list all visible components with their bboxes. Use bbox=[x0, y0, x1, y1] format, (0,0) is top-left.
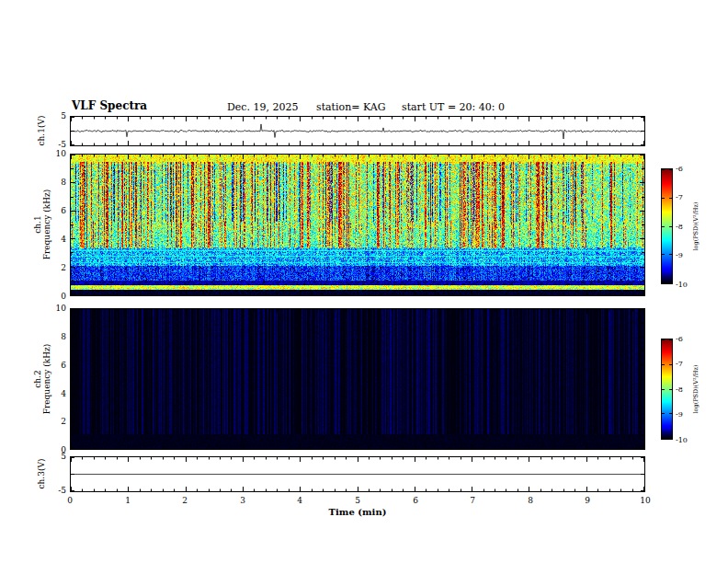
x-tick-label: 6 bbox=[408, 496, 423, 505]
y-tick-label: 2 bbox=[50, 263, 66, 272]
ch3-waveform-canvas bbox=[71, 457, 644, 491]
ch1-spec-axis-label: ch.1 Frequency (kHz) bbox=[33, 190, 52, 260]
ch2-spectrogram-canvas bbox=[71, 309, 644, 449]
y-tick-label: 5 bbox=[50, 452, 66, 461]
y-tick-label: 4 bbox=[50, 235, 66, 244]
station-label: station= KAG bbox=[316, 101, 386, 113]
y-tick-label: 10 bbox=[50, 304, 66, 313]
plot-title: VLF Spectra bbox=[72, 99, 147, 112]
ch2-spectrogram-panel bbox=[70, 308, 645, 450]
colorbar-tick-label: -6 bbox=[676, 335, 698, 343]
ch1-label: ch.1 bbox=[33, 190, 42, 260]
y-tick-label: 8 bbox=[50, 332, 66, 341]
x-tick-label: 9 bbox=[580, 496, 595, 505]
frequency-axis-label: Frequency (kHz) bbox=[42, 344, 51, 415]
ch3-waveform-panel bbox=[70, 456, 645, 492]
y-tick-label: 6 bbox=[50, 206, 66, 215]
x-tick-label: 1 bbox=[120, 496, 135, 505]
y-tick-label: 0 bbox=[50, 292, 66, 301]
y-tick-label: -5 bbox=[50, 140, 66, 149]
y-tick-label: -5 bbox=[50, 486, 66, 495]
x-tick-label: 5 bbox=[350, 496, 365, 505]
colorbar-2-title: log(PSD)(V²/Hz) bbox=[692, 365, 700, 414]
ch1-waveform-panel bbox=[70, 116, 645, 146]
y-tick-label: 6 bbox=[50, 361, 66, 370]
x-tick-label: 10 bbox=[638, 496, 653, 505]
ch2-label: ch.2 bbox=[33, 344, 42, 415]
colorbar-tick-label: -10 bbox=[676, 436, 698, 444]
colorbar-1-title: log(PSD)(V²/Hz) bbox=[692, 202, 700, 251]
ch1-wave-axis-label: ch.1(V) bbox=[37, 116, 46, 146]
x-tick-label: 8 bbox=[523, 496, 538, 505]
colorbar-tick-label: -9 bbox=[676, 251, 698, 259]
y-tick-label: 4 bbox=[50, 389, 66, 398]
date-label: Dec. 19, 2025 bbox=[227, 101, 298, 113]
frequency-axis-label: Frequency (kHz) bbox=[42, 190, 51, 260]
x-tick-label: 2 bbox=[177, 496, 192, 505]
x-tick-label: 4 bbox=[292, 496, 307, 505]
x-tick-label: 7 bbox=[465, 496, 480, 505]
colorbar-1 bbox=[661, 168, 673, 284]
colorbar-2-canvas bbox=[662, 339, 672, 439]
colorbar-tick-label: -6 bbox=[676, 165, 698, 173]
y-tick-label: 8 bbox=[50, 178, 66, 187]
colorbar-tick-label: -10 bbox=[676, 281, 698, 289]
colorbar-1-canvas bbox=[662, 169, 672, 283]
y-tick-label: 5 bbox=[50, 111, 66, 121]
x-axis-title: Time (min) bbox=[316, 507, 399, 517]
x-tick-label: 0 bbox=[63, 496, 77, 505]
start-ut-label: start UT = 20: 40: 0 bbox=[402, 101, 505, 113]
ch1-waveform-canvas bbox=[71, 117, 644, 145]
x-tick-label: 3 bbox=[235, 496, 250, 505]
ch3-wave-axis-label: ch.3(V) bbox=[37, 459, 46, 489]
colorbar-tick-label: -7 bbox=[676, 193, 698, 201]
ch1-spectrogram-canvas bbox=[71, 155, 644, 295]
ch1-spectrogram-panel bbox=[70, 154, 645, 296]
vlf-spectra-figure: VLF Spectra Dec. 19, 2025 station= KAG s… bbox=[0, 0, 728, 563]
ch2-spec-axis-label: ch.2 Frequency (kHz) bbox=[33, 344, 52, 415]
y-tick-label: 2 bbox=[50, 417, 66, 426]
y-tick-label: 10 bbox=[50, 149, 66, 158]
colorbar-2 bbox=[661, 339, 673, 440]
